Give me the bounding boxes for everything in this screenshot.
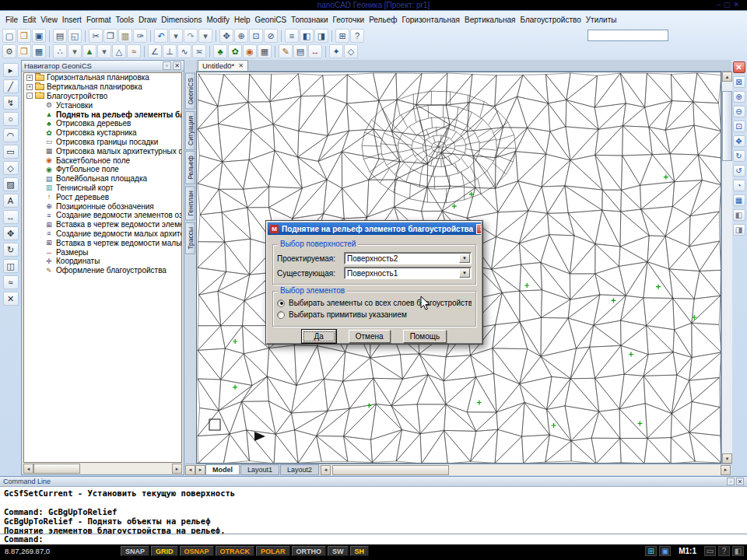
chevron-down-icon[interactable]: ▼ [459, 268, 470, 278]
erase-tool-icon[interactable]: ✕ [3, 292, 19, 306]
toggle-otrack[interactable]: OTRACK [216, 546, 255, 556]
orbit-view-icon[interactable]: ◔ [733, 180, 745, 191]
layer-states-icon[interactable]: ◧ [300, 29, 314, 43]
model-space-icon[interactable]: ⊞ [645, 546, 657, 556]
points-dropdown-icon[interactable]: ▾ [68, 44, 82, 58]
tree-item[interactable]: +Вертикальная планировка [24, 82, 181, 92]
close-drawing-icon[interactable]: ✕ [733, 61, 745, 73]
zoom-window-view-icon[interactable]: ⊡ [733, 121, 745, 132]
select-tool-icon[interactable]: ▸ [3, 63, 19, 77]
tree-item[interactable]: ▥Теннисный корт [24, 184, 181, 193]
scale-indicator[interactable]: M1:1 [679, 547, 696, 555]
document-tab-close-icon[interactable]: ✕ [238, 62, 244, 69]
scroll-left-icon[interactable]: ◂ [321, 465, 331, 475]
plot-preview-icon[interactable]: ◱ [68, 29, 82, 43]
menu-draw[interactable]: Draw [136, 14, 159, 26]
side-tab-генплан[interactable]: Генплан [185, 186, 195, 220]
zoom-window-icon[interactable]: ⊡ [249, 29, 263, 43]
line-tool-icon[interactable]: ╱ [3, 79, 19, 93]
menu-утилиты[interactable]: Утилиты [584, 14, 619, 26]
toolbar-search-combo[interactable] [587, 30, 668, 41]
design-surface-combo[interactable]: Поверхность2▼ [344, 252, 472, 264]
regen-view-icon[interactable]: ↻ [733, 150, 745, 162]
utilities-tools-icon[interactable]: ✦ [329, 44, 343, 58]
canvas-vscrollbar[interactable]: ▴ ▾ [721, 72, 731, 464]
tree-item[interactable]: ⚙Установки [24, 100, 181, 110]
tree-item[interactable]: ▲Поднять на рельеф элементы бла [24, 110, 181, 119]
navigator-hscrollbar[interactable]: ◂ ▸ [23, 464, 182, 474]
scroll-right-icon[interactable]: ▸ [172, 464, 182, 474]
layout-tab-layout1[interactable]: Layout1 [240, 464, 279, 475]
lock-view-icon[interactable]: ◧ [733, 209, 745, 221]
create-surface-icon[interactable]: ▲ [82, 44, 96, 58]
tree-item[interactable]: ✛Координаты [24, 257, 181, 266]
toggle-ortho[interactable]: ORTHO [292, 546, 327, 556]
side-tab-рельеф[interactable]: Рельеф [185, 151, 195, 184]
scroll-track[interactable] [331, 465, 721, 475]
text-tool-icon[interactable]: A [3, 194, 19, 208]
side-tab-трассы[interactable]: Трассы [185, 222, 195, 254]
tree-expander-icon[interactable]: - [26, 93, 33, 99]
zoom-extents-icon[interactable]: ⊠ [733, 76, 745, 88]
menu-благоустройство[interactable]: Благоустройство [517, 14, 583, 26]
menu-insert[interactable]: Insert [60, 14, 84, 26]
offset-tool-icon[interactable]: ≈ [3, 275, 19, 289]
menu-рельеф[interactable]: Рельеф [366, 14, 399, 26]
tree-item[interactable]: ◉Баскетбольное поле [24, 156, 181, 165]
tree-item[interactable]: ≡Создание ведомости элементов озелен [24, 211, 181, 220]
menu-edit[interactable]: Edit [20, 14, 38, 26]
minimize-icon[interactable]: – [717, 1, 724, 9]
toggle-sw[interactable]: SW [328, 546, 349, 556]
maximize-icon[interactable]: ▢ [724, 1, 734, 9]
new-drawing-icon[interactable]: ▢ [2, 29, 16, 43]
edit-surface-icon[interactable]: △ [112, 44, 126, 58]
menu-tools[interactable]: Tools [114, 14, 136, 26]
circle-tool-icon[interactable]: ○ [3, 112, 19, 126]
redo-icon[interactable]: ↷ [184, 29, 198, 43]
scroll-track[interactable] [33, 464, 172, 474]
view-settings-icon[interactable]: ◨ [733, 224, 745, 236]
zoom-previous-icon[interactable]: ⊘ [264, 29, 278, 43]
rotate-tool-icon[interactable]: ↻ [3, 243, 19, 257]
notes-icon[interactable]: ▣ [659, 546, 671, 556]
scroll-left-icon[interactable]: ◂ [23, 464, 33, 474]
pin-icon[interactable]: ▫ [163, 61, 171, 70]
polyline-tool-icon[interactable]: ↯ [3, 96, 19, 110]
tree-item[interactable]: +Горизонтальная планировка [24, 73, 181, 82]
cancel-button[interactable]: Отмена [349, 330, 391, 343]
surface-dropdown-icon[interactable]: ▾ [97, 44, 111, 58]
pan-icon[interactable]: ✥ [219, 29, 233, 43]
tree-item[interactable]: ↑Рост деревьев [24, 192, 181, 201]
clean-screen-icon[interactable]: ◧ [732, 546, 744, 556]
profiles-icon[interactable]: ∿ [177, 44, 191, 58]
existing-surface-combo[interactable]: Поверхность1▼ [344, 267, 472, 279]
dialog-close-icon[interactable]: ✕ [476, 224, 481, 234]
menu-топознаки[interactable]: Топознаки [289, 14, 330, 26]
tree-item[interactable]: ♣Отрисовка деревьев [24, 119, 181, 128]
properties-icon[interactable]: ◨ [314, 29, 328, 43]
tree-item[interactable]: -Благоустройство [24, 92, 181, 101]
layout-preview-icon[interactable]: ▭ [704, 546, 716, 556]
undo-icon[interactable]: ↶ [154, 29, 168, 43]
tree-item[interactable]: ◉Футбольное поле [24, 165, 181, 174]
tab-scroll-right-icon[interactable]: ▸ [195, 465, 205, 475]
radio-all-layers[interactable] [277, 299, 285, 307]
menu-modify[interactable]: Modify [205, 14, 232, 26]
pin-icon[interactable]: ▫ [727, 478, 735, 485]
menu-view[interactable]: View [38, 14, 60, 26]
tree-item[interactable]: ✎Оформление благоустройства [24, 266, 181, 275]
redo-list-icon[interactable]: ▾ [198, 29, 212, 43]
help-button[interactable]: Помощь [403, 330, 447, 343]
zoom-realtime-icon[interactable]: ⊕ [234, 29, 248, 43]
zoom-out-icon[interactable]: ⊖ [733, 106, 745, 117]
geonics-settings-icon[interactable]: ⚙ [2, 44, 16, 58]
geo-dimensions-icon[interactable]: ↔ [308, 44, 322, 58]
landscape-shrubs-icon[interactable]: ✿ [228, 44, 242, 58]
undo-list-icon[interactable]: ▾ [169, 29, 183, 43]
menu-dimensions[interactable]: Dimensions [159, 14, 204, 26]
tree-item[interactable]: ▭Отрисовка границы посадки [24, 138, 181, 147]
tree-item[interactable]: ▤Волейбольная площадка [24, 174, 181, 184]
layout-tab-model[interactable]: Model [205, 464, 240, 475]
open-drawing-icon[interactable]: ❒ [17, 29, 31, 43]
show-grid-view-icon[interactable]: ▦ [733, 194, 745, 206]
